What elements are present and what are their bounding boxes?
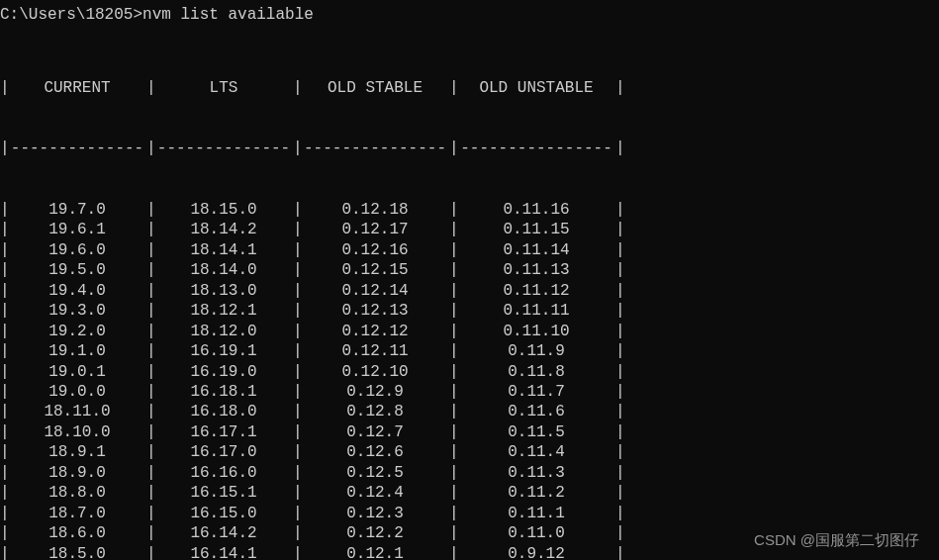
version-cell: 18.9.1 bbox=[8, 442, 146, 462]
version-cell: 16.18.0 bbox=[154, 402, 293, 421]
column-divider: | bbox=[293, 442, 301, 462]
column-divider: | bbox=[293, 402, 301, 421]
version-cell: 18.14.0 bbox=[154, 260, 293, 280]
version-cell: 0.12.4 bbox=[301, 483, 449, 503]
version-cell: 0.12.2 bbox=[301, 523, 449, 543]
column-divider: | bbox=[615, 301, 623, 321]
column-divider: | bbox=[146, 78, 154, 98]
column-divider: | bbox=[449, 422, 457, 442]
version-cell: 18.12.1 bbox=[154, 301, 293, 321]
version-table: | CURRENT | LTS | OLD STABLE | OLD UNSTA… bbox=[0, 38, 939, 560]
column-divider: | bbox=[0, 483, 8, 503]
column-divider: | bbox=[146, 240, 154, 260]
version-cell: 0.11.8 bbox=[457, 362, 615, 382]
column-divider: | bbox=[449, 78, 457, 98]
column-divider: | bbox=[293, 463, 301, 483]
column-divider: | bbox=[0, 504, 8, 523]
column-divider: | bbox=[146, 442, 154, 462]
column-divider: | bbox=[146, 301, 154, 321]
version-cell: 18.10.0 bbox=[8, 422, 146, 442]
version-cell: 0.11.7 bbox=[457, 382, 615, 402]
column-divider: | bbox=[293, 422, 301, 442]
column-divider: | bbox=[615, 200, 623, 220]
table-row: |19.5.0|18.14.0|0.12.15|0.11.13| bbox=[0, 260, 939, 280]
column-divider: | bbox=[293, 220, 301, 239]
column-divider: | bbox=[146, 220, 154, 239]
version-cell: 0.11.3 bbox=[457, 463, 615, 483]
version-cell: 0.11.15 bbox=[457, 220, 615, 239]
version-cell: 18.12.0 bbox=[154, 322, 293, 341]
table-separator-row: | -------------- | -------------- | ----… bbox=[0, 139, 939, 158]
version-cell: 0.11.5 bbox=[457, 422, 615, 442]
column-divider: | bbox=[615, 260, 623, 280]
version-cell: 0.11.16 bbox=[457, 200, 615, 220]
version-cell: 18.14.1 bbox=[154, 240, 293, 260]
column-divider: | bbox=[146, 402, 154, 421]
column-divider: | bbox=[293, 78, 301, 98]
csdn-watermark: CSDN @国服第二切图仔 bbox=[754, 531, 919, 550]
column-divider: | bbox=[0, 220, 8, 239]
table-row: |18.7.0|16.15.0|0.12.3|0.11.1| bbox=[0, 504, 939, 523]
version-cell: 18.9.0 bbox=[8, 463, 146, 483]
version-cell: 0.12.18 bbox=[301, 200, 449, 220]
header-old-stable: OLD STABLE bbox=[301, 78, 449, 98]
table-body: |19.7.0|18.15.0|0.12.18|0.11.16||19.6.1|… bbox=[0, 200, 939, 560]
column-divider: | bbox=[615, 240, 623, 260]
table-row: |18.8.0|16.15.1|0.12.4|0.11.2| bbox=[0, 483, 939, 503]
column-divider: | bbox=[449, 200, 457, 220]
column-divider: | bbox=[146, 422, 154, 442]
column-divider: | bbox=[293, 362, 301, 382]
version-cell: 0.12.16 bbox=[301, 240, 449, 260]
column-divider: | bbox=[449, 322, 457, 341]
column-divider: | bbox=[615, 341, 623, 361]
column-divider: | bbox=[449, 240, 457, 260]
version-cell: 16.15.1 bbox=[154, 483, 293, 503]
header-lts: LTS bbox=[154, 78, 293, 98]
version-cell: 0.11.4 bbox=[457, 442, 615, 462]
version-cell: 0.12.15 bbox=[301, 260, 449, 280]
version-cell: 19.3.0 bbox=[8, 301, 146, 321]
column-divider: | bbox=[615, 281, 623, 301]
version-cell: 0.12.10 bbox=[301, 362, 449, 382]
version-cell: 0.12.6 bbox=[301, 442, 449, 462]
column-divider: | bbox=[293, 240, 301, 260]
column-divider: | bbox=[449, 260, 457, 280]
column-divider: | bbox=[0, 341, 8, 361]
column-divider: | bbox=[449, 463, 457, 483]
version-cell: 0.11.2 bbox=[457, 483, 615, 503]
column-divider: | bbox=[449, 301, 457, 321]
column-divider: | bbox=[0, 523, 8, 543]
version-cell: 18.15.0 bbox=[154, 200, 293, 220]
column-divider: | bbox=[449, 382, 457, 402]
column-divider: | bbox=[449, 362, 457, 382]
column-divider: | bbox=[0, 301, 8, 321]
version-cell: 19.1.0 bbox=[8, 341, 146, 361]
version-cell: 0.11.10 bbox=[457, 322, 615, 341]
table-row: |19.3.0|18.12.1|0.12.13|0.11.11| bbox=[0, 301, 939, 321]
version-cell: 0.11.14 bbox=[457, 240, 615, 260]
column-divider: | bbox=[0, 463, 8, 483]
command-prompt-line: C:\Users\18205>nvm list available bbox=[0, 6, 939, 24]
column-divider: | bbox=[146, 341, 154, 361]
column-divider: | bbox=[146, 281, 154, 301]
column-divider: | bbox=[293, 200, 301, 220]
column-divider: | bbox=[146, 322, 154, 341]
table-header-row: | CURRENT | LTS | OLD STABLE | OLD UNSTA… bbox=[0, 78, 939, 98]
column-divider: | bbox=[146, 523, 154, 543]
column-divider: | bbox=[615, 463, 623, 483]
column-divider: | bbox=[146, 504, 154, 523]
column-divider: | bbox=[615, 422, 623, 442]
version-cell: 19.0.1 bbox=[8, 362, 146, 382]
column-divider: | bbox=[615, 483, 623, 503]
version-cell: 16.16.0 bbox=[154, 463, 293, 483]
column-divider: | bbox=[449, 544, 457, 560]
version-cell: 19.7.0 bbox=[8, 200, 146, 220]
column-divider: | bbox=[293, 504, 301, 523]
column-divider: | bbox=[0, 442, 8, 462]
column-divider: | bbox=[615, 504, 623, 523]
version-cell: 16.19.0 bbox=[154, 362, 293, 382]
column-divider: | bbox=[449, 402, 457, 421]
version-cell: 16.14.1 bbox=[154, 544, 293, 560]
column-divider: | bbox=[615, 382, 623, 402]
version-cell: 0.12.3 bbox=[301, 504, 449, 523]
